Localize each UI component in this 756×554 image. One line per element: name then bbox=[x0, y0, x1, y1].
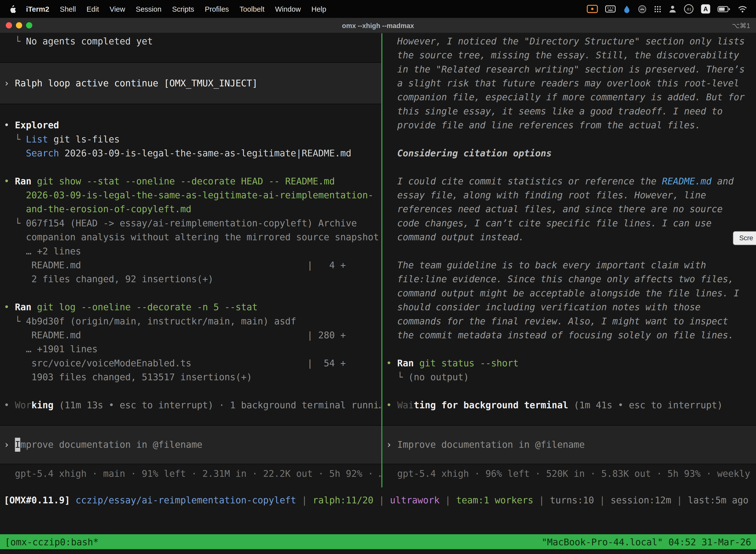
text-span: However, I noticed the "Directory Struct… bbox=[397, 36, 750, 130]
terminal-window: └ No agents completed yet › Ralph loop a… bbox=[0, 33, 756, 534]
menu-item-toolbelt[interactable]: Toolbelt bbox=[234, 5, 270, 13]
prompt-input-left[interactable]: › Improve documentation in @filename bbox=[0, 425, 381, 464]
text-span: … +1901 lines bbox=[4, 343, 98, 354]
terminal-line: Search 2026-03-09-is-legal-the-same-as-l… bbox=[0, 146, 381, 160]
text-span: ting for background terminal bbox=[414, 400, 568, 410]
person-icon[interactable] bbox=[669, 5, 676, 13]
text-span: List bbox=[26, 134, 48, 145]
right-pane[interactable]: However, I noticed the "Directory Struct… bbox=[382, 33, 756, 488]
blank-line bbox=[382, 160, 756, 174]
minimize-button[interactable] bbox=[16, 22, 22, 28]
window-title: omx --xhigh --madmax bbox=[0, 21, 756, 29]
gauge-icon[interactable]: .61 bbox=[684, 4, 694, 14]
window-title-bar: omx --xhigh --madmax ⌥⌘1 bbox=[0, 18, 756, 33]
menu-item-session[interactable]: Session bbox=[130, 5, 167, 13]
text-span: | bbox=[296, 495, 313, 505]
text-span: | bbox=[671, 495, 688, 505]
terminal-line: • Explored bbox=[0, 118, 381, 132]
menu-item-view[interactable]: View bbox=[104, 5, 130, 13]
text-span: Wai bbox=[397, 400, 414, 410]
text-span: Explored bbox=[15, 120, 59, 130]
text-span: I could cite commit statistics or refere… bbox=[397, 176, 662, 186]
zoom-button[interactable] bbox=[26, 22, 32, 28]
text-span bbox=[32, 176, 37, 186]
text-span: (11m 13s • esc to interrupt) · 1 backgro… bbox=[54, 400, 381, 410]
terminal-line: • Ran git status --short bbox=[382, 356, 756, 370]
terminal-line: └ 4b9d30f (origin/main, instructkr/main,… bbox=[0, 314, 381, 328]
text-span: turns:10 bbox=[550, 495, 594, 505]
apple-logo-icon bbox=[9, 4, 16, 13]
battery-icon[interactable] bbox=[717, 5, 731, 12]
menu-status-icons: .61 A bbox=[587, 4, 750, 14]
terminal-line: README.md | 280 + bbox=[0, 328, 381, 342]
left-pane[interactable]: └ No agents completed yet › Ralph loop a… bbox=[0, 33, 381, 488]
text-span: team:1 workers bbox=[456, 495, 533, 505]
text-span: src/voice/voiceModeEnabled.ts | 54 + bbox=[4, 358, 346, 368]
menu-item-help[interactable]: Help bbox=[306, 5, 332, 13]
tmux-session-window: [omx-cczip0:bash* bbox=[5, 536, 99, 547]
blank-line bbox=[382, 244, 756, 258]
text-span: └ bbox=[4, 218, 26, 228]
terminal-line: └ 067f154 (HEAD -> essay/ai-reimplementa… bbox=[0, 216, 381, 230]
menu-item-edit[interactable]: Edit bbox=[81, 5, 104, 13]
text-span: session:12m bbox=[611, 495, 672, 505]
text-span: The team guideline is to back every impo… bbox=[397, 260, 745, 340]
session-stats-left: gpt-5.4 xhigh · main · 91% left · 2.31M … bbox=[0, 464, 381, 487]
text-span: 2 files changed, 92 insertions(+) bbox=[4, 274, 213, 284]
dark-app-icon[interactable] bbox=[638, 4, 647, 13]
input-source-icon[interactable]: A bbox=[701, 4, 710, 13]
dots-grid-icon[interactable] bbox=[654, 5, 662, 13]
text-span: Ralph loop active continue [OMX_TMUX_INJ… bbox=[15, 78, 257, 88]
apple-menu[interactable] bbox=[6, 4, 20, 13]
text-span: git show --stat --oneline --decorate HEA… bbox=[37, 176, 335, 186]
session-stats-right: gpt-5.4 xhigh · 96% left · 520K in · 5.8… bbox=[382, 464, 756, 487]
text-span: └ bbox=[386, 372, 408, 382]
terminal-line: 2026-03-09-is-legal-the-same-as-legitima… bbox=[0, 188, 381, 202]
tmux-status-bar: [omx-cczip0:bash* "MacBook-Pro-44.local"… bbox=[0, 534, 756, 549]
text-span: last:5m ago bbox=[688, 495, 749, 505]
text-span: [OMX#0.11.9] bbox=[4, 495, 76, 505]
menu-item-profiles[interactable]: Profiles bbox=[199, 5, 234, 13]
keyboard-icon[interactable] bbox=[605, 5, 616, 12]
text-span: 1903 files changed, 513517 insertions(+) bbox=[4, 372, 252, 382]
blank-line bbox=[0, 160, 381, 174]
ralph-loop-banner: › Ralph loop active continue [OMX_TMUX_I… bbox=[0, 76, 381, 90]
prompt-input-right[interactable]: › Improve documentation in @filename bbox=[382, 425, 756, 464]
close-button[interactable] bbox=[6, 22, 12, 28]
working-status-line: • Working (11m 13s • esc to interrupt) ·… bbox=[0, 398, 381, 412]
text-span: | bbox=[594, 495, 611, 505]
left-pane-scrollback: └ No agents completed yet › Ralph loop a… bbox=[0, 33, 381, 425]
blank-line bbox=[382, 132, 756, 146]
thinking-heading: Considering citation options bbox=[382, 146, 756, 160]
text-span: … +2 lines bbox=[4, 246, 81, 257]
terminal-line: • Ran git log --oneline --decorate -n 5 … bbox=[0, 300, 381, 314]
text-span bbox=[4, 148, 26, 158]
menu-item-shell[interactable]: Shell bbox=[55, 5, 81, 13]
text-span: | bbox=[533, 495, 550, 505]
text-span: • bbox=[4, 176, 15, 186]
omx-status-line: [OMX#0.11.9] cczip/essay/ai-reimplementa… bbox=[0, 493, 756, 507]
text-span bbox=[32, 301, 37, 312]
menu-item-window[interactable]: Window bbox=[270, 5, 306, 13]
text-span: Search bbox=[26, 148, 59, 158]
blank-line bbox=[0, 286, 381, 300]
text-span: › bbox=[4, 78, 15, 88]
terminal-line: └ (no output) bbox=[382, 370, 756, 384]
screen-recording-indicator-icon[interactable] bbox=[587, 5, 598, 13]
terminal-line: README.md | 4 + bbox=[0, 258, 381, 272]
menu-item-scripts[interactable]: Scripts bbox=[167, 5, 199, 13]
input-prompt: › bbox=[386, 439, 397, 450]
window-shortcut-badge: ⌥⌘1 bbox=[732, 21, 750, 29]
text-span: | bbox=[373, 495, 390, 505]
text-span: git ls-files bbox=[48, 134, 120, 145]
terminal-line: src/voice/voiceModeEnabled.ts | 54 + bbox=[0, 356, 381, 370]
text-span: Wor bbox=[15, 400, 32, 410]
text-span: cczip/essay/ai-reimplementation-copyleft bbox=[76, 495, 296, 505]
menu-item-iterm2[interactable]: iTerm2 bbox=[21, 5, 55, 13]
input-ghost-text: mprove documentation in @filename bbox=[20, 439, 202, 450]
text-span: └ bbox=[4, 316, 26, 326]
tmux-panes: └ No agents completed yet › Ralph loop a… bbox=[0, 33, 756, 488]
blue-app-icon[interactable] bbox=[623, 4, 631, 13]
thinking-paragraph: However, I noticed the "Directory Struct… bbox=[382, 34, 756, 132]
wifi-icon[interactable] bbox=[738, 5, 747, 12]
